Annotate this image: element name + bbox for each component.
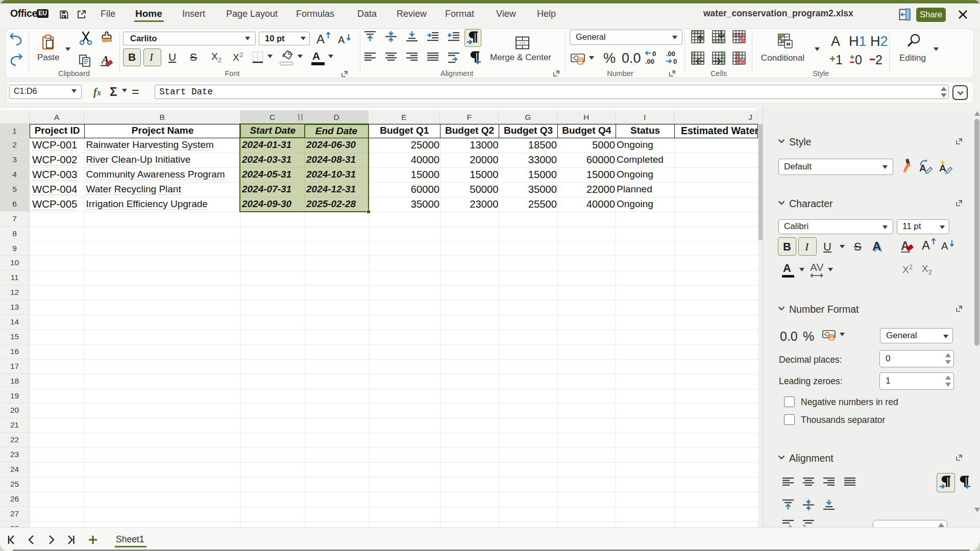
svg-text:A: A	[939, 163, 946, 173]
svg-text:.00: .00	[645, 58, 654, 65]
svg-text:.00: .00	[666, 50, 675, 58]
svg-text:0: 0	[652, 50, 656, 58]
svg-text:A: A	[919, 163, 926, 173]
svg-text:0: 0	[673, 58, 677, 65]
